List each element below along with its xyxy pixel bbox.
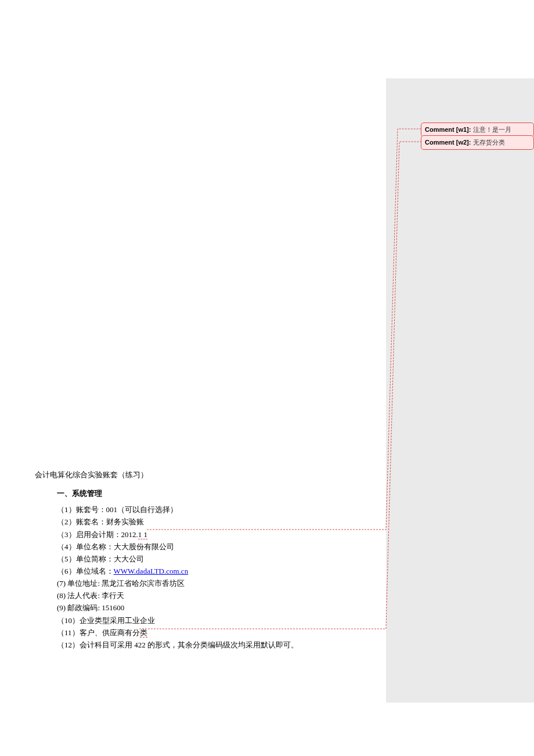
comment-bubble-2[interactable]: Comment [w2]: 无存货分类	[421, 135, 534, 150]
list-item: （5）单位简称：大大公司	[57, 553, 360, 565]
comment-bubble-1[interactable]: Comment [w1]: 注意！是一月	[421, 123, 534, 137]
comments-sidebar	[386, 78, 534, 703]
item-text: （6）单位域名：	[57, 567, 114, 575]
list-item: (9) 邮政编码: 151600	[57, 602, 360, 614]
list-item: （11）客户、供应商有分类	[57, 627, 360, 639]
content-block: 会计电算化综合实验账套（练习） 一、系统管理 （1）账套号：001（可以自行选择…	[35, 469, 360, 651]
item-text: （3）启用会计期：2012.	[57, 530, 138, 539]
list-item: （3）启用会计期：2012.1 1	[57, 529, 360, 541]
item-list: （1）账套号：001（可以自行选择） （2）账套名：财务实验账 （3）启用会计期…	[57, 504, 360, 651]
comment-anchor-2[interactable]: 类	[140, 628, 147, 638]
document-page: 会计电算化综合实验账套（练习） 一、系统管理 （1）账套号：001（可以自行选择…	[0, 0, 386, 756]
domain-link[interactable]: WWW.dadaLTD.com.cn	[114, 567, 189, 575]
item-text: （11）客户、供应商有分	[57, 628, 140, 637]
list-item: （10）企业类型采用工业企业	[57, 615, 360, 627]
list-item: (8) 法人代表: 李行天	[57, 590, 360, 602]
list-item: （12）会计科目可采用 422 的形式，其余分类编码级次均采用默认即可。	[57, 639, 360, 651]
list-item: （1）账套号：001（可以自行选择）	[57, 504, 360, 516]
comment-anchor-1[interactable]: 1 1	[138, 530, 147, 539]
list-item: （4）单位名称：大大股份有限公司	[57, 541, 360, 553]
list-item: （2）账套名：财务实验账	[57, 516, 360, 528]
comment-label: Comment [w1]:	[425, 126, 471, 133]
list-item: （6）单位域名：WWW.dadaLTD.com.cn	[57, 566, 360, 577]
comment-label: Comment [w2]:	[425, 139, 471, 146]
comment-text: 无存货分类	[473, 139, 505, 146]
section-heading: 一、系统管理	[57, 488, 360, 499]
comment-text: 注意！是一月	[473, 126, 511, 133]
page-title: 会计电算化综合实验账套（练习）	[35, 469, 360, 481]
list-item: (7) 单位地址: 黑龙江省哈尔滨市香坊区	[57, 578, 360, 589]
